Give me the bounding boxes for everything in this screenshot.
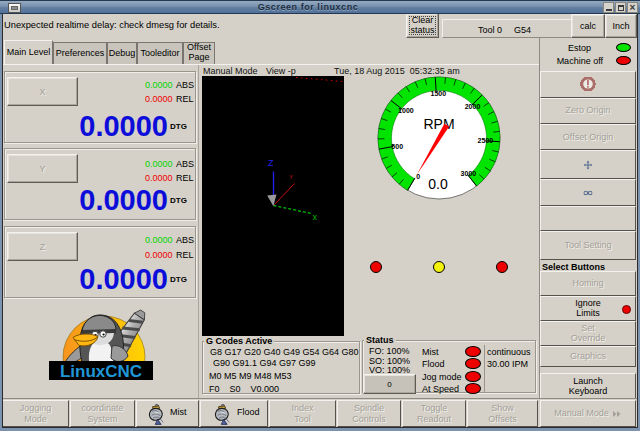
svg-text:RPM: RPM <box>423 116 454 132</box>
svg-text:1000: 1000 <box>398 107 414 114</box>
svg-text:0: 0 <box>416 173 420 180</box>
svg-text:x: x <box>313 212 318 222</box>
svg-text:3000: 3000 <box>461 170 477 177</box>
svg-text:0.0: 0.0 <box>428 176 448 192</box>
svg-text:1500: 1500 <box>431 90 447 97</box>
svg-text:500: 500 <box>391 143 403 150</box>
svg-text:Y: Y <box>289 174 293 180</box>
svg-text:Z: Z <box>268 158 274 168</box>
svg-text:LinuxCNC: LinuxCNC <box>60 362 142 381</box>
svg-text:2000: 2000 <box>465 103 481 110</box>
svg-text:2500: 2500 <box>478 137 494 144</box>
